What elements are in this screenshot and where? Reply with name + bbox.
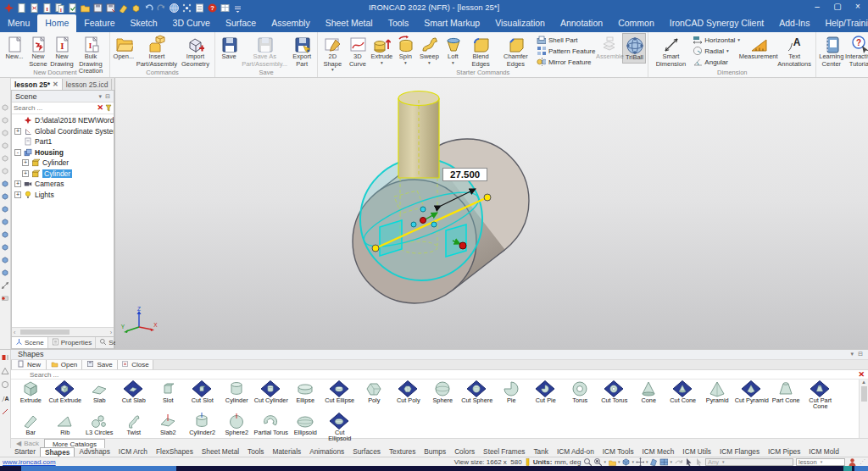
catalog-tab-icm-utils[interactable]: ICM Utils	[678, 447, 715, 457]
ribbon-button-extrude[interactable]: Extrude▾	[370, 33, 393, 66]
more-commands-icon[interactable]	[231, 2, 243, 14]
user-session-icon[interactable]	[848, 457, 857, 467]
leader-a-icon[interactable]: A	[1, 394, 9, 404]
help-icon[interactable]: ?	[206, 2, 218, 14]
cube-gray-icon[interactable]	[1, 167, 9, 177]
scrollbar-thumb[interactable]	[861, 386, 867, 402]
cube-gray-icon[interactable]	[1, 129, 9, 139]
menu-tab-smart-markup[interactable]: Smart Markup	[416, 14, 487, 32]
catalog-tab-icm-add-on[interactable]: ICM Add-on	[553, 447, 598, 457]
menu-tab-help-training[interactable]: Help/Training	[817, 14, 868, 32]
panel-tab-scene[interactable]: Scene	[12, 337, 48, 348]
catalog-tab-sheet-metal[interactable]: Sheet Metal	[198, 447, 243, 457]
menu-tab-sketch[interactable]: Sketch	[122, 14, 164, 32]
catalog-tab-shapes[interactable]: Shapes	[40, 447, 75, 457]
tree-row[interactable]: -Housing	[12, 147, 114, 158]
dim-tool-icon[interactable]	[1, 281, 9, 291]
search-filter-icon[interactable]	[105, 104, 112, 112]
catalog-tab-textures[interactable]: Textures	[385, 447, 420, 457]
catalog-clear-search-icon[interactable]: ✕	[858, 371, 865, 379]
tree-row[interactable]: +Global Coordinate System	[12, 126, 114, 137]
catalog-item-cylinder2[interactable]: Cylinder2	[186, 412, 220, 438]
anchor-red-icon[interactable]	[1, 294, 9, 304]
catalog-tab-icm-mech[interactable]: ICM Mech	[638, 447, 679, 457]
catalog-item-cut-slot[interactable]: Cut Slot	[186, 380, 220, 412]
scene-search-input[interactable]	[14, 104, 95, 112]
profile-handle-right[interactable]	[446, 224, 466, 257]
tab-close-icon[interactable]: ✕	[53, 80, 58, 88]
center-handle-2[interactable]	[431, 222, 437, 227]
catalog-save-button[interactable]: Save	[82, 360, 118, 370]
maximize-button[interactable]: ▢	[827, 1, 848, 14]
catalog-item-partial-torus[interactable]: Partial Torus	[254, 412, 289, 438]
cube-blue-icon[interactable]	[1, 205, 9, 215]
catalog-item-cut-ellipsoid[interactable]: Cut Ellipsoid	[323, 412, 358, 438]
catalog-tab-animations[interactable]: Animations	[305, 447, 348, 457]
catalog-tab-icm-flanges[interactable]: ICM Flanges	[715, 447, 764, 457]
ribbon-button-new-scene[interactable]: New Scene	[26, 33, 50, 69]
tree-row[interactable]: Part1	[12, 136, 114, 147]
ribbon-button-new-drawing[interactable]: INew Drawing	[50, 33, 74, 69]
catalog-tab-tank[interactable]: Tank	[529, 447, 553, 457]
menu-tab-sheet-metal[interactable]: Sheet Metal	[318, 14, 381, 32]
catalog-item-cone[interactable]: Cone	[632, 380, 666, 412]
catalog-search-combo[interactable]: lesson▾	[796, 458, 845, 466]
selection-filter-combo[interactable]: Any▾	[705, 458, 793, 466]
catalog-item-cut-ellipse[interactable]: Cut Ellipse	[323, 380, 358, 412]
menu-tab-annotation[interactable]: Annotation	[553, 14, 610, 32]
clear-search-icon[interactable]: ✕	[97, 104, 103, 112]
catalog-tab-bumps[interactable]: Bumps	[420, 447, 450, 457]
menu-tab-home[interactable]: Home	[37, 14, 76, 32]
cube-blue-icon[interactable]	[1, 230, 9, 241]
ribbon-button-triball[interactable]: TriBall	[622, 33, 646, 64]
bar-tool-icon[interactable]	[1, 407, 9, 418]
dropdown-caret-icon[interactable]: ▾	[632, 459, 634, 464]
tree-expander[interactable]: +	[14, 191, 21, 198]
dropdown-caret-icon[interactable]: ▾	[604, 459, 606, 464]
tree-row[interactable]: +Lights	[12, 190, 114, 201]
tree-expander[interactable]: -	[14, 149, 21, 156]
resize-grip[interactable]: ⋰	[860, 458, 865, 465]
ribbon-button-text-annotations[interactable]: AText Annotations	[775, 33, 814, 69]
tree-row[interactable]: +Cylinder	[12, 158, 114, 169]
menu-tab-common[interactable]: Common	[610, 14, 662, 32]
circle-tool-icon[interactable]	[1, 380, 9, 391]
minimize-button[interactable]: –	[807, 1, 827, 14]
save-as-icon[interactable]	[104, 2, 116, 14]
cube-gray-icon[interactable]	[1, 103, 9, 114]
center-handle-1[interactable]	[411, 222, 416, 227]
catalog-item-slot[interactable]: Slot	[151, 380, 186, 412]
catalog-item-slab[interactable]: Slab	[82, 380, 117, 412]
smart-paint-icon[interactable]	[117, 2, 129, 14]
catalog-item-part-cone[interactable]: Part Cone	[769, 380, 804, 412]
cube-blue-icon[interactable]	[1, 243, 9, 253]
catalog-item-sphere2[interactable]: Sphere2	[220, 412, 254, 438]
ribbon-button-export-part[interactable]: Export Part	[288, 33, 315, 69]
catalog-item-ellipse[interactable]: Ellipse	[288, 380, 323, 412]
new-document-icon[interactable]	[15, 2, 27, 14]
ribbon-button-save[interactable]: Save	[217, 33, 241, 62]
panel-tab-properties[interactable]: Properties	[48, 337, 96, 348]
cube-blue-icon[interactable]	[1, 180, 9, 190]
tree-item-label[interactable]: Cameras	[35, 180, 64, 188]
catalog-new-button[interactable]: New	[11, 360, 47, 370]
cylinder-part[interactable]	[398, 91, 439, 179]
ribbon-button-chamfer-edges[interactable]: Chamfer Edges	[497, 33, 535, 69]
tree-item-label[interactable]: Cylinder	[42, 158, 69, 167]
tree-item-label[interactable]: D:\data\2018 NEW\Word\TECH-NET	[35, 116, 114, 125]
ribbon-button-2d-shape[interactable]: 2D Shape▾	[320, 33, 345, 73]
dimension-value-label[interactable]: 27.500	[442, 168, 487, 181]
ribbon-button-interactive-tutorial[interactable]: ?Interactive Tutorial	[845, 33, 868, 69]
menu-tab-visualization[interactable]: Visualization	[487, 14, 553, 32]
export-check-icon[interactable]	[66, 2, 78, 14]
catalog-tab-surfaces[interactable]: Surfaces	[348, 447, 385, 457]
catalog-item-sphere[interactable]: Sphere	[426, 380, 460, 412]
3d-viewport[interactable]: 27.500 Z Y X	[115, 78, 868, 349]
radius-point[interactable]	[459, 242, 466, 249]
ribbon-button-3d-curve[interactable]: 3D Curve	[345, 33, 370, 69]
menu-tab-tools[interactable]: Tools	[381, 14, 417, 32]
catalog-item-twist[interactable]: Twist	[117, 412, 152, 438]
bulk-drawing-icon[interactable]: I	[53, 2, 65, 14]
ribbon-button-learning-center[interactable]: Learning Center	[818, 33, 844, 69]
catalog-close-button[interactable]: Close	[118, 360, 153, 370]
